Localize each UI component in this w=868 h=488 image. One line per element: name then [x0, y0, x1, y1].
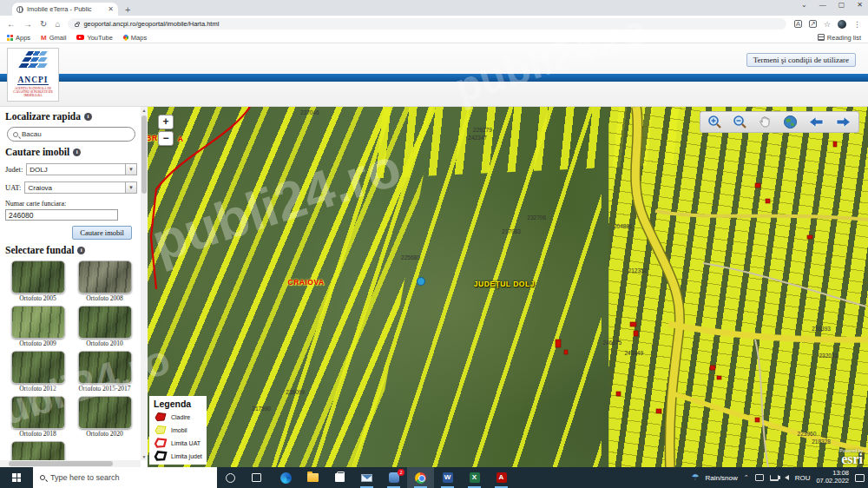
legend-swatch-icon [154, 451, 168, 461]
weather-umbrella-icon[interactable]: ☂ [691, 473, 699, 482]
back-button[interactable]: ← [7, 19, 16, 29]
sidebar: Localizare rapida i Bacau Cautare imobil… [0, 107, 148, 467]
next-extent-arrow-icon[interactable] [835, 115, 852, 129]
browser-tab[interactable]: Imobile eTerra - Public ✕ [12, 3, 118, 16]
teams-tray-icon[interactable] [755, 474, 764, 481]
legend-swatch-icon [154, 438, 168, 448]
chevron-down-icon[interactable]: ▼ [125, 182, 136, 193]
cortana-button[interactable] [217, 467, 243, 488]
basemap-option[interactable]: Ortofoto 2018 [5, 396, 70, 438]
globe-full-extent-icon[interactable] [783, 115, 798, 129]
forward-button[interactable]: → [23, 19, 32, 29]
volume-icon[interactable] [785, 475, 789, 480]
url-bar[interactable]: geoportal.ancpi.ro/geoportal/imobile/Har… [68, 18, 786, 30]
reading-list-label: Reading list [827, 34, 861, 42]
taskbar-app-people[interactable]: 2 [380, 467, 407, 488]
home-button[interactable]: ⌂ [55, 19, 60, 29]
taskbar-app-file-explorer[interactable] [299, 467, 326, 488]
bookmark-gmail[interactable]: M Gmail [41, 34, 66, 42]
terms-button[interactable]: Termeni şi condiţii de utilizare [746, 53, 856, 67]
reading-list-button[interactable]: Reading list [818, 34, 861, 42]
sidebar-horizontal-scrollbar[interactable] [0, 460, 141, 467]
share-icon[interactable]: ↗ [809, 20, 817, 28]
search-imobil-button[interactable]: Cautare imobil [72, 226, 132, 240]
basemap-option[interactable]: Ortofoto 2020 [72, 396, 137, 438]
basemap-thumbnail[interactable] [78, 351, 132, 384]
bookmark-youtube[interactable]: YouTube [76, 34, 112, 42]
info-icon[interactable]: i [84, 113, 92, 121]
clock[interactable]: 13:08 07.02.2022 [816, 470, 849, 485]
zoom-out-tool-icon[interactable] [733, 115, 747, 129]
basemap-thumbnail[interactable] [11, 441, 65, 460]
info-icon[interactable]: i [73, 148, 81, 156]
search-imobil-heading: Cautare imobil i [5, 147, 137, 157]
basemap-thumbnail[interactable] [78, 396, 132, 429]
zoom-in-button[interactable]: + [158, 115, 174, 129]
browser-menu-icon[interactable]: ⋮ [853, 20, 861, 29]
window-chevron-icon[interactable]: ⌄ [801, 1, 807, 9]
basemap-label: Ortofoto 2018 [5, 430, 70, 438]
basemap-thumbnail[interactable] [11, 306, 65, 339]
reload-button[interactable]: ↻ [40, 19, 47, 29]
browser-toolbar: ← → ↻ ⌂ geoportal.ancpi.ro/geoportal/imo… [0, 16, 868, 32]
parcel-number: 243449 [624, 350, 643, 356]
zoom-in-tool-icon[interactable] [707, 115, 722, 129]
basemap-thumbnail[interactable] [11, 396, 65, 429]
info-icon[interactable]: i [77, 247, 85, 254]
basemap-option[interactable]: Ortofoto 2009 [5, 306, 70, 347]
window-close-button[interactable]: ✕ [857, 1, 863, 9]
bookmark-star-icon[interactable]: ☆ [824, 21, 831, 28]
quick-locate-input[interactable]: Bacau [7, 127, 135, 142]
new-tab-button[interactable]: + [125, 4, 130, 15]
taskbar-app-acrobat[interactable]: A [488, 467, 515, 488]
taskbar-app-excel[interactable]: X [461, 467, 488, 488]
language-indicator[interactable]: ROU [795, 474, 811, 482]
judet-select[interactable]: DOLJ ▼ [26, 163, 137, 175]
taskbar-app-word[interactable]: W [434, 467, 461, 488]
taskbar-app-mail[interactable] [353, 467, 380, 488]
uat-select[interactable]: Craiova ▼ [24, 181, 137, 194]
legend-item: Imobil [154, 425, 203, 435]
translate-icon[interactable]: A [794, 20, 802, 28]
map-place-label: CRAIOVA [288, 278, 325, 287]
lock-icon [75, 23, 79, 27]
tab-title: Imobile eTerra - Public [27, 5, 104, 13]
taskbar-app-edge[interactable] [273, 467, 299, 488]
task-view-button[interactable] [243, 467, 269, 488]
tab-close-icon[interactable]: ✕ [108, 5, 114, 13]
zoom-out-button[interactable]: − [158, 131, 174, 146]
action-center-icon[interactable] [855, 474, 865, 482]
basemap-thumbnail[interactable] [11, 260, 65, 293]
basemap-option[interactable]: Ortofoto 2015-2017 [72, 351, 137, 392]
scroll-up-icon[interactable]: ▲ [141, 108, 148, 113]
basemap-option[interactable]: Ortofoto 2010 [72, 306, 137, 347]
basemap-thumbnail[interactable] [11, 351, 65, 384]
sidebar-vertical-scrollbar[interactable]: ▲ ▼ [141, 107, 148, 460]
basemap-option[interactable] [5, 441, 70, 460]
taskbar-app-store[interactable] [326, 467, 353, 488]
parcel-number: 225680 [401, 254, 420, 260]
profile-avatar[interactable] [838, 20, 846, 29]
tray-chevron-icon[interactable]: ⌃ [744, 474, 749, 481]
taskbar-app-chrome[interactable] [407, 467, 434, 488]
start-button[interactable] [0, 467, 33, 488]
taskbar-search[interactable]: Type here to search [33, 467, 217, 488]
basemap-option[interactable]: Ortofoto 2005 [5, 260, 70, 302]
basemap-option[interactable]: Ortofoto 2012 [5, 351, 70, 392]
scroll-down-icon[interactable]: ▼ [141, 454, 148, 459]
esri-attribution: Powered by esri [840, 448, 863, 465]
basemap-option[interactable]: Ortofoto 2008 [72, 260, 137, 302]
bookmark-maps[interactable]: Maps [123, 34, 147, 42]
basemap-thumbnail[interactable] [78, 260, 132, 293]
previous-extent-arrow-icon[interactable] [808, 115, 825, 129]
cf-input[interactable]: 246080 [5, 209, 118, 221]
map-canvas[interactable]: BR A CRAIOVA JUDEŢUL DOLJ 237046 229279 … [148, 107, 868, 467]
window-minimize-button[interactable]: — [819, 1, 826, 9]
bookmark-apps[interactable]: Apps [7, 34, 30, 42]
window-maximize-button[interactable]: ▢ [838, 1, 845, 9]
basemap-label: Ortofoto 2015-2017 [72, 385, 137, 392]
weather-label[interactable]: Rain/snow [705, 474, 737, 482]
basemap-thumbnail[interactable] [78, 306, 132, 339]
chevron-down-icon[interactable]: ▼ [125, 164, 136, 175]
pan-hand-icon[interactable] [758, 115, 773, 129]
